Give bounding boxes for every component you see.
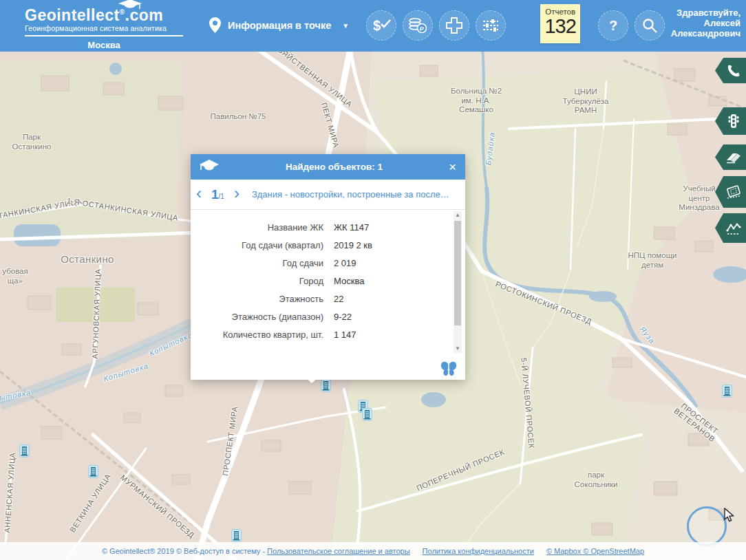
building-marker-icon[interactable] [19, 444, 30, 457]
terms-link[interactable]: Пользовательское соглашение и авторы [267, 547, 409, 555]
question-mark-icon: ? [609, 18, 617, 34]
brand-subtitle: Геоинформационная система аналитика [25, 24, 183, 32]
popup-fields: Название ЖКЖК 1147Год сдачи (квартал)201… [191, 210, 465, 357]
footer-copyright: © Geointellect® 2019 © Веб-доступ в сист… [102, 547, 410, 555]
search-icon [641, 17, 659, 34]
popup-pagination-row: ‹ 1/1 › Здания - новостройки, построенны… [191, 180, 465, 210]
privacy-link[interactable]: Политика конфиденциальности [423, 547, 534, 555]
butterfly-logo-icon[interactable] [440, 361, 458, 376]
field-row: Этажность22 [191, 290, 465, 308]
field-value: 2 019 [334, 258, 356, 268]
sliders-button[interactable] [476, 10, 506, 41]
scroll-down-icon[interactable]: ▼ [454, 345, 462, 353]
user-greeting[interactable]: Здравствуйте, Алексей Александрович [671, 8, 740, 39]
map-attribution-link[interactable]: © Mapbox © OpenStreetMap [546, 547, 644, 555]
popup-title: Найдено объектов: 1 [220, 162, 449, 172]
next-page-button[interactable]: › [228, 185, 245, 202]
field-value: ЖК 1147 [334, 222, 369, 233]
field-value: Москва [334, 276, 364, 286]
medical-cross-button[interactable] [439, 10, 469, 41]
layer-link[interactable]: Здания - новостройки, построенные за пос… [252, 189, 449, 200]
field-label: Количество квартир, шт. [191, 330, 323, 340]
scroll-up-icon[interactable]: ▲ [454, 211, 462, 219]
map-selection-circle [687, 506, 727, 546]
field-label: Этажность [191, 294, 323, 304]
top-header: Geointellect®.com Геоинформационная сист… [0, 0, 746, 52]
field-label: Год сдачи [191, 258, 323, 268]
popup-pointer-tail [299, 371, 325, 383]
field-value: 9-22 [334, 312, 352, 322]
field-row: Год сдачи2 019 [191, 254, 465, 272]
coins-ruble-icon: Р [408, 17, 427, 34]
reports-count: 132 [540, 16, 580, 36]
field-row: Этажность (диапазон)9-22 [191, 308, 465, 325]
search-button[interactable] [635, 10, 665, 41]
location-pin-icon [209, 17, 221, 34]
building-marker-icon[interactable] [88, 465, 98, 478]
graduation-cap-icon [118, 0, 142, 10]
field-label: Название ЖК [191, 222, 323, 233]
building-marker-icon[interactable] [362, 408, 372, 421]
phone-icon [727, 64, 740, 78]
field-row: Количество квартир, шт.1 147 [191, 325, 465, 343]
scrollbar[interactable]: ▲ ▼ [454, 211, 462, 353]
eraser-icon [726, 151, 741, 164]
svg-text:$: $ [373, 18, 381, 33]
popup-header: Найдено объектов: 1 × [191, 154, 465, 180]
mode-dropdown[interactable]: Информация в точке ▼ [209, 17, 349, 34]
close-icon[interactable]: × [449, 160, 456, 173]
attribution-footer: © Geointellect® 2019 © Веб-доступ в сист… [0, 542, 746, 560]
building-marker-icon[interactable] [722, 385, 732, 398]
scrollbar-thumb[interactable] [454, 221, 461, 325]
prev-page-button[interactable]: ‹ [191, 185, 207, 202]
object-info-popup: Найдено объектов: 1 × ‹ 1/1 › Здания - н… [191, 154, 465, 380]
field-row: Год сдачи (квартал)2019 2 кв [191, 236, 465, 254]
traffic-light-icon [727, 114, 740, 129]
popup-footer [191, 357, 465, 380]
help-button[interactable]: ? [598, 10, 628, 41]
building-marker-icon[interactable] [231, 529, 242, 542]
field-value: 22 [334, 294, 343, 304]
city-label[interactable]: Москва [25, 40, 183, 50]
sliders-icon [481, 17, 500, 34]
mode-label: Информация в точке [228, 20, 331, 31]
field-row: ГородМосква [191, 272, 465, 290]
medical-cross-icon [445, 16, 464, 35]
page-indicator: 1/1 [211, 187, 224, 202]
logo-divider [25, 35, 183, 36]
measure-map-icon [725, 184, 742, 200]
finance-check-button[interactable]: $ [366, 10, 396, 41]
app-logo[interactable]: Geointellect®.com Геоинформационная сист… [19, 4, 183, 50]
field-label: Год сдачи (квартал) [191, 240, 323, 250]
layers-cap-icon [199, 158, 220, 176]
field-label: Город [191, 276, 323, 286]
finance-check-icon: $ [371, 16, 392, 35]
field-label: Этажность (диапазон) [191, 312, 323, 322]
brand-title: Geointellect®.com [25, 4, 183, 23]
field-value: 2019 2 кв [334, 240, 372, 250]
reports-counter-button[interactable]: Отчетов 132 [540, 4, 580, 43]
field-row: Название ЖКЖК 1147 [191, 218, 465, 236]
chevron-down-icon: ▼ [342, 22, 349, 30]
field-value: 1 147 [334, 330, 356, 340]
line-chart-icon [725, 221, 742, 236]
coins-ruble-button[interactable]: Р [403, 10, 433, 41]
